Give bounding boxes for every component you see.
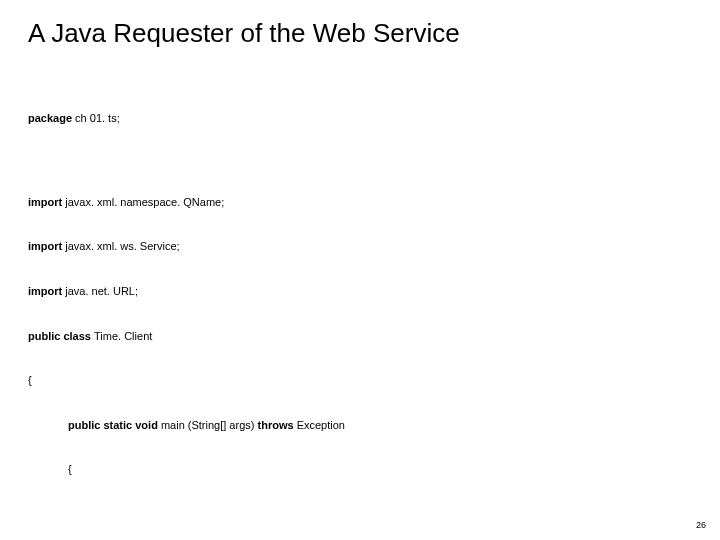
slide-title: A Java Requester of the Web Service (28, 18, 692, 49)
kw-throws: throws (258, 419, 297, 431)
kw-public-class: public class (28, 330, 94, 342)
imp-val: javax. xml. ws. Service; (62, 240, 179, 252)
kw-package: package (28, 112, 72, 124)
code-line: import javax. xml. ws. Service; (28, 239, 692, 254)
exception: Exception (297, 419, 345, 431)
main-sig: main (String[] args) (161, 419, 258, 431)
code-line: public static void main (String[] args) … (28, 418, 692, 433)
code-line: public class Time. Client (28, 329, 692, 344)
imp-val: java. net. URL; (62, 285, 138, 297)
class-name: Time. Client (94, 330, 152, 342)
kw-psv: public static void (68, 419, 161, 431)
brace-open: { (28, 462, 692, 477)
page-number: 26 (696, 520, 706, 530)
pkg-val: ch 01. ts; (72, 112, 120, 124)
code-line: import javax. xml. namespace. QName; (28, 195, 692, 210)
code-block: package ch 01. ts; import javax. xml. na… (28, 81, 692, 540)
kw-import: import (28, 240, 62, 252)
code-line: package ch 01. ts; (28, 111, 692, 126)
brace-open: { (28, 373, 692, 388)
slide: A Java Requester of the Web Service pack… (0, 0, 720, 540)
imp-val: javax. xml. namespace. QName; (62, 196, 224, 208)
code-line: import java. net. URL; (28, 284, 692, 299)
kw-import: import (28, 196, 62, 208)
kw-import: import (28, 285, 62, 297)
